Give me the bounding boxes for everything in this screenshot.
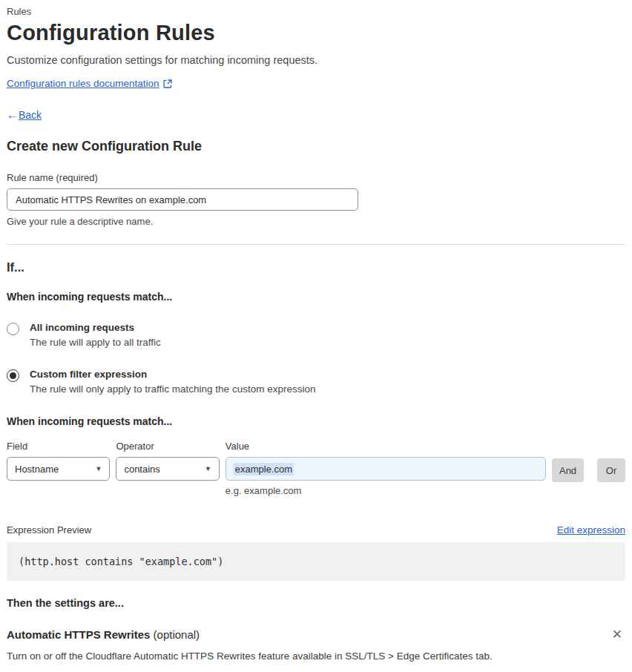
- field-select-value: Hostname: [15, 464, 59, 475]
- section-divider: [7, 244, 625, 245]
- setting-name-text: Automatic HTTPS Rewrites: [7, 628, 150, 641]
- if-section-title: If...: [7, 260, 625, 274]
- radio-option-label: All incoming requests: [30, 322, 161, 333]
- operator-column-label: Operator: [116, 441, 219, 452]
- create-rule-title: Create new Configuration Rule: [7, 139, 625, 154]
- page-subtitle: Customize configuration settings for mat…: [7, 54, 625, 66]
- setting-name: Automatic HTTPS Rewrites (optional): [7, 628, 200, 641]
- breadcrumb: Rules: [7, 6, 625, 17]
- operator-select[interactable]: contains ▼: [116, 457, 219, 481]
- back-arrow-icon: ←: [7, 108, 18, 121]
- edit-expression-link[interactable]: Edit expression: [557, 524, 625, 536]
- then-section-title: Then the settings are...: [7, 597, 625, 609]
- setting-description: Turn on or off the Cloudflare Automatic …: [7, 650, 625, 662]
- operator-select-value: contains: [124, 464, 159, 475]
- radio-option-label: Custom filter expression: [30, 369, 315, 380]
- radio-option-custom-filter-expression[interactable]: Custom filter expression The rule will o…: [7, 369, 625, 395]
- radio-option-description: The rule will only apply to traffic matc…: [30, 383, 315, 395]
- chevron-down-icon: ▼: [205, 465, 211, 472]
- external-link-icon: [163, 79, 172, 88]
- field-select[interactable]: Hostname ▼: [7, 457, 110, 481]
- rule-name-label: Rule name (required): [7, 172, 625, 183]
- page-title: Configuration Rules: [7, 21, 625, 45]
- radio-option-all-incoming-requests[interactable]: All incoming requests The rule will appl…: [7, 322, 625, 348]
- value-input[interactable]: example.com: [226, 457, 546, 481]
- setting-optional-label: (optional): [150, 628, 200, 641]
- value-column-label: Value: [226, 441, 546, 452]
- radio-selected-icon[interactable]: [7, 369, 19, 382]
- rule-name-input[interactable]: [7, 188, 358, 211]
- radio-option-description: The rule will apply to all traffic: [30, 337, 161, 348]
- configuration-rules-page: Rules Configuration Rules Customize conf…: [0, 0, 632, 672]
- radio-unselected-icon[interactable]: [7, 323, 19, 335]
- rule-name-help: Give your rule a descriptive name.: [7, 216, 625, 227]
- chevron-down-icon: ▼: [95, 465, 102, 472]
- match-heading: When incoming requests match...: [7, 291, 625, 303]
- expression-preview-label: Expression Preview: [7, 524, 91, 536]
- documentation-link[interactable]: Configuration rules documentation: [7, 78, 159, 89]
- builder-heading: When incoming requests match...: [7, 415, 625, 427]
- or-button[interactable]: Or: [597, 458, 625, 482]
- close-icon[interactable]: ✕: [609, 627, 625, 642]
- back-link[interactable]: Back: [19, 109, 42, 121]
- expression-preview-code: (http.host contains "example.com"): [7, 542, 625, 581]
- value-help-text: e.g. example.com: [226, 485, 546, 496]
- and-button[interactable]: And: [552, 458, 584, 482]
- value-input-text: example.com: [234, 463, 294, 475]
- field-column-label: Field: [7, 441, 110, 452]
